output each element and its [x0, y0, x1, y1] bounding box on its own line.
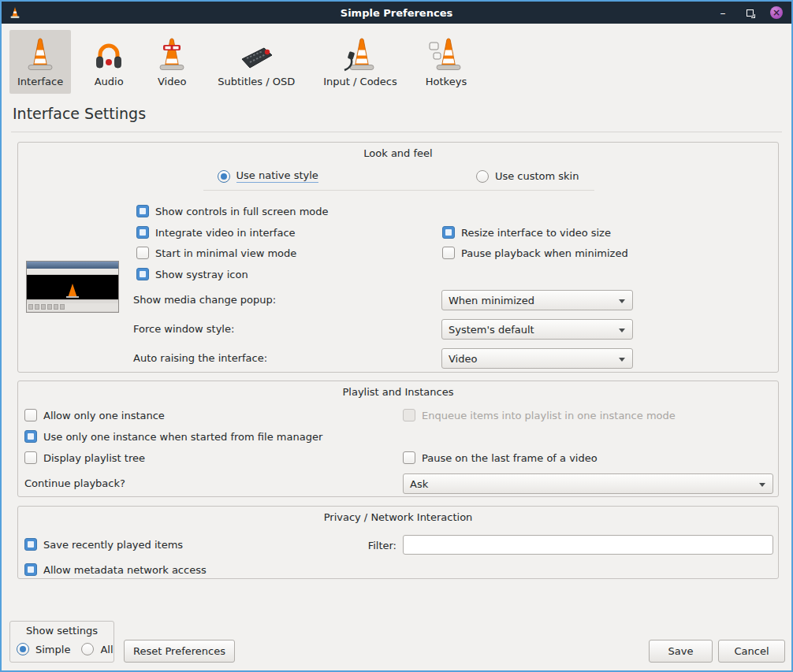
- checkbox-box[interactable]: [136, 268, 149, 280]
- checkbox-pause-last-frame[interactable]: Pause on the last frame of a video: [403, 450, 598, 466]
- tab-label: Hotkeys: [426, 76, 467, 87]
- reset-preferences-button[interactable]: Reset Preferences: [124, 640, 235, 663]
- show-settings-radio-row: Simple All: [17, 643, 114, 655]
- radio-separator: [203, 190, 594, 191]
- radio-circle[interactable]: [81, 643, 94, 655]
- checkbox-label: Allow only one instance: [43, 410, 165, 421]
- minimize-button[interactable]: –: [716, 6, 730, 20]
- window-title: Simple Preferences: [2, 7, 791, 19]
- tab-audio[interactable]: Audio: [84, 30, 134, 94]
- checkbox-label: Save recently played items: [43, 539, 183, 551]
- subtitles-keyboard-icon: [236, 35, 277, 72]
- checkbox-label: Start in minimal view mode: [155, 247, 296, 259]
- category-toolbar: Interface Audio: [9, 30, 475, 94]
- checkbox-enqueue-one-instance: Enqueue items into playlist in one insta…: [403, 407, 676, 423]
- close-button[interactable]: ×: [769, 6, 784, 20]
- tab-label: Audio: [95, 76, 124, 87]
- restore-icon: [746, 9, 754, 17]
- preview-video-area: [27, 275, 118, 299]
- checkbox-box[interactable]: [24, 538, 37, 551]
- group-title: Playlist and Instances: [18, 386, 778, 398]
- group-title: Privacy / Network Interaction: [18, 511, 778, 523]
- checkbox-label: Enqueue items into playlist in one insta…: [422, 410, 676, 421]
- tab-label: Subtitles / OSD: [218, 76, 295, 87]
- checkbox-label: Allow metadata network access: [43, 564, 207, 576]
- tab-input-codecs[interactable]: Input / Codecs: [315, 30, 405, 94]
- checkbox-label: Integrate video in interface: [155, 227, 296, 239]
- force-window-style-dropdown[interactable]: System's default: [441, 319, 633, 340]
- checkbox-label: Pause playback when minimized: [461, 247, 628, 259]
- checkbox-label: Use only one instance when started from …: [43, 431, 322, 443]
- titlebar[interactable]: Simple Preferences – ×: [2, 2, 791, 24]
- checkbox-box[interactable]: [403, 451, 415, 464]
- dropdown-value: Video: [449, 353, 477, 365]
- video-cone-glasses-icon: [155, 35, 189, 72]
- checkbox-label: Resize interface to video size: [461, 227, 611, 239]
- heading-divider: [11, 132, 782, 132]
- checkbox-resize-to-video[interactable]: Resize interface to video size: [442, 225, 611, 240]
- checkbox-box[interactable]: [136, 226, 149, 239]
- auto-raising-label: Auto raising the interface:: [133, 351, 267, 366]
- radio-use-native-style[interactable]: Use native style: [218, 169, 318, 183]
- tab-subtitles-osd[interactable]: Subtitles / OSD: [210, 30, 303, 94]
- checkbox-allow-one-instance[interactable]: Allow only one instance: [24, 407, 165, 423]
- dropdown-value: System's default: [449, 324, 534, 336]
- tab-label: Interface: [17, 76, 63, 87]
- checkbox-label: Show systray icon: [155, 269, 248, 280]
- continue-playback-label: Continue playback?: [24, 476, 125, 492]
- force-window-style-label: Force window style:: [133, 321, 234, 337]
- group-look-and-feel: Look and feel Use native style Use custo…: [17, 142, 779, 373]
- auto-raising-dropdown[interactable]: Video: [441, 348, 633, 369]
- checkbox-start-minimal-view[interactable]: Start in minimal view mode: [136, 245, 296, 261]
- radio-label: Use native style: [236, 169, 318, 183]
- checkbox-box[interactable]: [442, 247, 455, 259]
- checkbox-show-controls-fullscreen[interactable]: Show controls in full screen mode: [136, 203, 329, 219]
- filter-input[interactable]: [403, 535, 773, 555]
- audio-headphones-icon: [91, 35, 126, 72]
- vlc-preview-thumbnail: [26, 261, 119, 313]
- checkbox-save-recent[interactable]: Save recently played items: [24, 536, 183, 552]
- radio-label: Use custom skin: [495, 170, 579, 182]
- cancel-button[interactable]: Cancel: [718, 640, 785, 663]
- checkbox-box[interactable]: [24, 430, 37, 443]
- group-show-settings: Show settings Simple All: [9, 621, 114, 663]
- checkbox-box[interactable]: [136, 205, 149, 217]
- continue-playback-dropdown[interactable]: Ask: [403, 473, 773, 494]
- checkbox-label: Display playlist tree: [43, 452, 145, 464]
- filter-label: Filter:: [348, 538, 396, 554]
- checkbox-pause-when-minimized[interactable]: Pause playback when minimized: [442, 245, 628, 261]
- radio-circle[interactable]: [17, 643, 29, 655]
- checkbox-label: Pause on the last frame of a video: [422, 452, 598, 464]
- preview-controls: [27, 303, 118, 311]
- tab-interface[interactable]: Interface: [9, 30, 71, 94]
- media-change-popup-dropdown[interactable]: When minimized: [441, 290, 633, 310]
- restore-button[interactable]: [743, 6, 757, 20]
- radio-label: Simple: [35, 644, 70, 655]
- checkbox-box[interactable]: [442, 226, 455, 239]
- radio-simple[interactable]: Simple: [17, 643, 70, 655]
- checkbox-box[interactable]: [24, 563, 37, 576]
- tab-label: Input / Codecs: [323, 76, 397, 87]
- radio-all[interactable]: All: [81, 643, 113, 655]
- minimize-icon: –: [720, 6, 726, 20]
- tab-hotkeys[interactable]: Hotkeys: [418, 30, 475, 94]
- tab-video[interactable]: Video: [147, 30, 197, 94]
- tab-label: Video: [158, 76, 186, 87]
- group-title: Look and feel: [18, 147, 778, 159]
- vlc-cone-app-icon: [9, 5, 24, 20]
- close-icon: ×: [770, 6, 783, 19]
- checkbox-metadata-network-access[interactable]: Allow metadata network access: [24, 562, 207, 577]
- save-button[interactable]: Save: [649, 640, 713, 663]
- checkbox-box[interactable]: [136, 247, 149, 259]
- radio-circle[interactable]: [218, 170, 230, 183]
- interface-cone-icon: [23, 35, 58, 72]
- checkbox-display-playlist-tree[interactable]: Display playlist tree: [24, 450, 145, 466]
- radio-circle[interactable]: [476, 170, 489, 183]
- media-change-popup-label: Show media change popup:: [133, 292, 276, 308]
- checkbox-show-systray[interactable]: Show systray icon: [136, 266, 248, 282]
- radio-use-custom-skin[interactable]: Use custom skin: [476, 169, 579, 183]
- checkbox-box[interactable]: [24, 451, 37, 464]
- checkbox-integrate-video[interactable]: Integrate video in interface: [136, 225, 296, 240]
- checkbox-box[interactable]: [24, 409, 37, 421]
- checkbox-one-instance-file-manager[interactable]: Use only one instance when started from …: [24, 429, 322, 444]
